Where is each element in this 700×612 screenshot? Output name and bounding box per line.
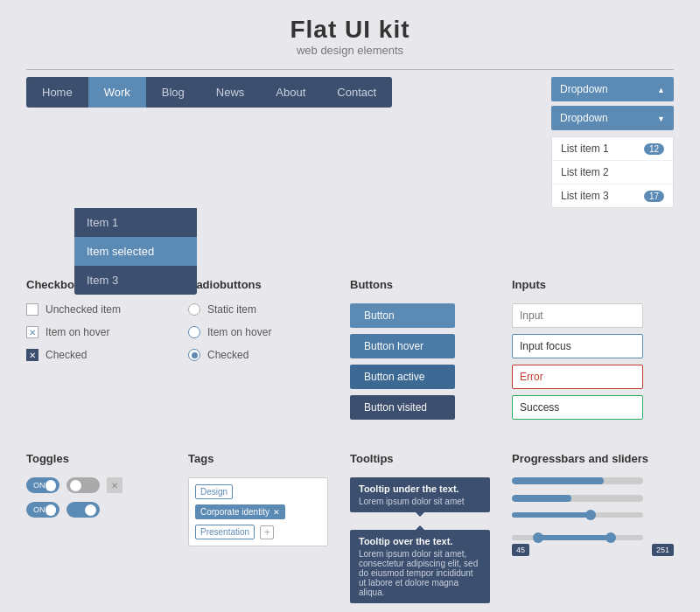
tags-row-1: Design Corporate identity ✕ [193,483,323,521]
progress-fill-2 [512,495,571,502]
nav-bar: Home Work Blog News About Contact [26,77,392,108]
list-items-box: List item 1 12 List item 2 List item 3 1… [551,136,674,208]
checkbox-hover: ✕ Item on hover [26,326,179,338]
dropdown-item-1[interactable]: Item 1 [74,208,197,237]
toggle-row-2: ON [26,502,188,518]
tags-row-2: Presentation + [193,523,323,541]
tooltip-under-title: Tooltip under the text. [359,483,481,494]
nav-item-news[interactable]: News [200,77,261,108]
arrow-up-icon [657,83,665,95]
nav-item-blog[interactable]: Blog [146,77,200,108]
dual-slider-fill [538,535,611,540]
divider-top [26,69,674,70]
tag-close-icon[interactable]: ✕ [273,508,280,517]
tag-presentation[interactable]: Presentation [195,525,255,539]
buttons-section: Buttons Button Button hover Button activ… [350,278,512,426]
list-item-3[interactable]: List item 3 17 [552,184,673,207]
tooltip-over-title: Tooltip over the text. [359,536,481,546]
toggle-knob-2 [46,504,57,516]
progress-bar-1 [512,477,643,484]
slider-fill-1 [512,512,591,518]
toggles-section: Toggles ON ✕ ON [26,452,188,612]
tag-design[interactable]: Design [195,484,233,499]
nav-item-about[interactable]: About [260,77,321,108]
nav-item-work[interactable]: Work [88,77,146,108]
slider-val-min: 45 [512,544,529,556]
checkbox-checked: ✕ Checked [26,349,179,361]
tags-title: Tags [188,452,350,465]
tag-corporate[interactable]: Corporate identity ✕ [195,504,285,519]
page-title: Flat UI kit [0,16,700,44]
btn-hover[interactable]: Button hover [350,334,455,358]
tooltip-over: Tooltip over the text. Lorem ipsum dolor… [350,530,490,603]
toggle-off-1[interactable] [66,477,100,493]
slider-labels: 45 251 [512,544,674,556]
progress-fill-1 [512,477,604,484]
toggle-on-3[interactable] [66,502,100,518]
slider-val-max: 251 [652,544,674,556]
radiobuttons-title: Radiobuttons [188,278,341,291]
toggle-row-1: ON ✕ [26,477,188,493]
bottom-grid: Toggles ON ✕ ON Tags De [0,435,700,612]
tags-container: Design Corporate identity ✕ Presentation… [188,477,328,546]
radio-hover: Item on hover [188,326,341,338]
checkbox-box-checked[interactable]: ✕ [26,349,38,361]
toggle-knob-1 [46,480,57,491]
toggle-knob-off-1 [70,480,81,491]
checkboxes-section: Checkboxes Unchecked item ✕ Item on hove… [26,278,188,426]
toggle-knob-3 [85,504,96,516]
tooltips-section: Tooltips Tooltip under the text. Lorem i… [350,452,512,612]
dropdown-item-2[interactable]: Item selected [74,237,197,266]
btn-visited[interactable]: Button visited [350,395,455,420]
nav-item-contact[interactable]: Contact [321,77,392,108]
dropdown-btn-1[interactable]: Dropdown [551,77,674,101]
btn-normal[interactable]: Button [350,303,455,328]
nav-right: Dropdown Dropdown List item 1 12 List it… [551,77,674,208]
nav-item-home[interactable]: Home [26,77,88,108]
radio-circle-checked[interactable] [188,349,200,361]
dropdown-item-3[interactable]: Item 3 [74,266,197,295]
nav-left: Home Work Blog News About Contact Item 1… [26,77,392,208]
tooltip-over-text: Lorem ipsum dolor sit amet, consectetur … [359,549,481,597]
dropdown-btn-2[interactable]: Dropdown [551,106,674,130]
list-item-1[interactable]: List item 1 12 [552,137,673,161]
dual-slider-wrapper: 45 251 [512,535,674,556]
input-success[interactable] [512,395,643,420]
dual-thumb-left[interactable] [533,532,543,543]
tag-add-button[interactable]: + [260,525,274,539]
slider-track-1 [512,512,643,518]
tooltip-under-text: Lorem ipsum dolor sit amet [359,497,481,506]
progress-title: Progressbars and sliders [512,452,674,465]
input-normal[interactable] [512,303,643,328]
slider-thumb-1[interactable] [585,510,596,520]
btn-active[interactable]: Button active [350,365,455,389]
inputs-title: Inputs [512,278,674,291]
radio-circle-hover[interactable] [188,326,200,338]
tooltip-under: Tooltip under the text. Lorem ipsum dolo… [350,477,490,512]
nav-wrapper: Home Work Blog News About Contact Item 1… [26,77,392,208]
progress-section: Progressbars and sliders 45 251 [512,452,674,612]
tags-section: Tags Design Corporate identity ✕ Present… [188,452,350,612]
toggles-title: Toggles [26,452,188,465]
dual-thumb-right[interactable] [606,532,616,543]
list-item-2[interactable]: List item 2 [552,161,673,184]
dual-slider-track [512,535,643,540]
toggle-on-2[interactable]: ON [26,502,60,518]
buttons-title: Buttons [350,278,503,291]
nav-dropdown: Item 1 Item selected Item 3 [74,208,197,295]
toggle-x-1[interactable]: ✕ [107,477,122,493]
checkbox-box-hover[interactable]: ✕ [26,326,38,338]
input-error[interactable] [512,365,643,389]
input-focus[interactable] [512,334,643,358]
nav-section: Home Work Blog News About Contact Item 1… [0,77,700,208]
tooltips-title: Tooltips [350,452,512,465]
inputs-section: Inputs [512,278,674,426]
title-area: Flat UI kit web design elements [0,0,700,64]
checkbox-unchecked: Unchecked item [26,303,179,316]
arrow-down-icon [657,112,665,124]
radio-static: Static item [188,303,341,316]
radio-checked: Checked [188,349,341,361]
toggle-on-1[interactable]: ON [26,477,60,493]
checkbox-box-unchecked[interactable] [26,303,38,316]
radio-circle-static[interactable] [188,303,200,316]
